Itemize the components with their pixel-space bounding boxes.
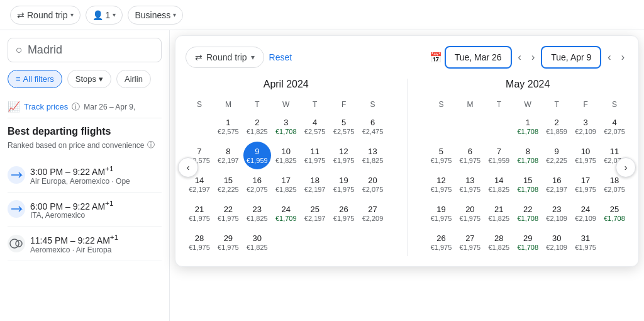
day-number: 23 [253, 205, 262, 214]
flight-item-1[interactable]: 3:00 PM – 9:22 AM+1 Air Europa, Aeromexi… [8, 158, 162, 193]
calendar-day[interactable]: 29 €1,975 [214, 228, 242, 256]
calendar-day[interactable]: 22 €1,975 [214, 200, 242, 227]
calendar-right-nav[interactable]: › [616, 157, 636, 177]
search-box[interactable]: ○ Madrid [8, 38, 162, 62]
flight-item-2[interactable]: 6:00 PM – 9:22 AM+1 ITA, Aeromexico [8, 193, 162, 227]
airline-logo-1 [8, 166, 25, 184]
departure-prev-button[interactable]: ‹ [514, 49, 525, 65]
calendar-day[interactable]: 5 €2,575 [330, 113, 358, 140]
calendar-day[interactable]: 17 €1,825 [272, 171, 300, 198]
origin-input[interactable]: Madrid [28, 43, 62, 57]
filter-row: ≡ All filters Stops ▾ Airlin [8, 70, 162, 88]
departure-date-selector[interactable]: Tue, Mar 26 [445, 46, 512, 69]
calendar-day[interactable]: 30 €1,825 [243, 228, 271, 256]
cabin-class-selector[interactable]: Business ▾ [128, 6, 183, 25]
calendar-grid: SMTWTFS 1 €1,708 2 €1,859 3 €2,109 4 €2,… [428, 98, 629, 256]
day-number: 7 [497, 147, 501, 156]
calendar-day[interactable]: 15 €1,708 [514, 171, 541, 198]
day-price: €1,825 [362, 157, 384, 164]
calendar-day[interactable]: 12 €1,975 [330, 142, 358, 169]
day-number: 3 [284, 118, 288, 127]
calendar-day[interactable]: 2 €1,859 [543, 113, 570, 140]
day-number: 22 [224, 205, 233, 214]
return-date-selector[interactable]: Tue, Apr 9 [541, 46, 601, 69]
calendar-day[interactable]: 31 €1,975 [572, 228, 599, 256]
calendar-day[interactable]: 28 €1,825 [485, 228, 513, 256]
calendar-day[interactable]: 23 €2,109 [543, 200, 570, 227]
calendar-day[interactable]: 13 €1,825 [359, 142, 387, 169]
calendar-day[interactable]: 5 €1,975 [428, 142, 455, 169]
calendar-day[interactable]: 3 €1,708 [272, 113, 300, 140]
calendar-day[interactable]: 23 €1,825 [243, 200, 271, 227]
track-prices-label[interactable]: Track prices [24, 102, 68, 111]
calendar-day[interactable]: 25 €2,197 [301, 200, 329, 227]
day-number: 19 [436, 205, 445, 214]
calendar-day[interactable]: 26 €1,975 [428, 228, 455, 256]
reset-button[interactable]: Reset [269, 52, 292, 62]
round-trip-selector[interactable]: ⇄ Round trip ▾ [10, 6, 80, 25]
departure-next-button[interactable]: › [528, 49, 538, 65]
calendar-day[interactable]: 8 €2,197 [214, 142, 242, 169]
calendar-day[interactable]: 10 €1,975 [572, 142, 599, 169]
calendar-day[interactable]: 18 €2,197 [301, 171, 329, 198]
calendar-day[interactable]: 25 €1,708 [601, 200, 628, 227]
calendar-day[interactable]: 16 €2,075 [243, 171, 271, 198]
filter-icon: ≡ [16, 74, 21, 84]
airline-filter-button[interactable]: Airlin [116, 70, 151, 88]
calendar-day[interactable]: 10 €1,825 [272, 142, 300, 169]
stops-filter-button[interactable]: Stops ▾ [67, 70, 111, 88]
passengers-icon: 👤 [92, 10, 103, 20]
calendar-day[interactable]: 6 €2,475 [359, 113, 387, 140]
calendar-left-nav[interactable]: ‹ [178, 157, 198, 177]
calendar-day[interactable]: 30 €2,109 [543, 228, 570, 256]
calendar-day[interactable]: 2 €1,825 [243, 113, 271, 140]
calendar-day[interactable]: 15 €2,225 [214, 171, 242, 198]
calendar-day[interactable]: 29 €1,708 [514, 228, 541, 256]
calendar-day[interactable]: 9 €2,225 [543, 142, 570, 169]
calendar-day[interactable]: 27 €1,975 [456, 228, 484, 256]
calendar-day[interactable]: 7 €1,959 [485, 142, 513, 169]
calendar-day[interactable]: 21 €1,825 [485, 200, 513, 227]
day-price: €1,825 [275, 157, 297, 164]
day-price: €1,708 [517, 215, 538, 222]
calendar-day[interactable]: 11 €1,975 [301, 142, 329, 169]
calendar-day[interactable]: 4 €2,075 [601, 113, 628, 140]
calendar-day[interactable]: 28 €1,975 [186, 228, 213, 256]
day-price: €1,975 [218, 215, 239, 222]
return-next-button[interactable]: › [618, 49, 628, 65]
day-price: €1,825 [275, 186, 297, 193]
calendar-day[interactable]: 19 €1,975 [428, 200, 455, 227]
return-prev-button[interactable]: ‹ [604, 49, 614, 65]
calendar-day[interactable]: 26 €1,975 [330, 200, 358, 227]
day-price: €1,975 [431, 157, 452, 164]
all-filters-button[interactable]: ≡ All filters [8, 70, 62, 88]
calendar-overlay: ⇄ Round trip ▾ Reset 📅 Tue, Mar 26 ‹ › T… [175, 35, 639, 267]
calendar-day[interactable]: 13 €1,975 [456, 171, 484, 198]
round-trip-chevron: ▾ [70, 11, 74, 18]
calendar-day[interactable]: 24 €2,109 [572, 200, 599, 227]
calendar-day[interactable]: 3 €2,109 [572, 113, 599, 140]
calendar-day[interactable]: 14 €1,825 [485, 171, 513, 198]
calendar-day[interactable]: 1 €1,708 [514, 113, 541, 140]
calendar-day[interactable]: 19 €1,975 [330, 171, 358, 198]
calendar-day[interactable]: 20 €2,075 [359, 171, 387, 198]
calendar-day[interactable]: 8 €1,708 [514, 142, 541, 169]
passengers-selector[interactable]: 👤 1 ▾ [86, 6, 123, 25]
roundtrip-selector[interactable]: ⇄ Round trip ▾ [186, 47, 264, 68]
calendar-day[interactable]: 12 €1,975 [428, 171, 455, 198]
calendar-day[interactable]: 1 €2,575 [214, 113, 242, 140]
day-price: €2,075 [247, 186, 268, 193]
calendar-day[interactable]: 20 €1,975 [456, 200, 484, 227]
calendar-day[interactable]: 22 €1,708 [514, 200, 541, 227]
calendar-day[interactable]: 6 €1,975 [456, 142, 484, 169]
calendar-day[interactable]: 21 €1,975 [186, 200, 213, 227]
calendar-day[interactable]: 16 €2,197 [543, 171, 570, 198]
calendar-day[interactable]: 24 €1,709 [272, 200, 300, 227]
calendar-day[interactable]: 9 €1,959 [243, 142, 271, 169]
flight-item-3[interactable]: 11:45 PM – 9:22 AM+1 Aeromexico · Air Eu… [8, 227, 162, 261]
day-price: €1,708 [604, 215, 625, 222]
day-price: €2,075 [362, 186, 384, 193]
calendar-day[interactable]: 17 €1,975 [572, 171, 599, 198]
calendar-day[interactable]: 27 €2,209 [359, 200, 387, 227]
calendar-day[interactable]: 4 €2,575 [301, 113, 329, 140]
